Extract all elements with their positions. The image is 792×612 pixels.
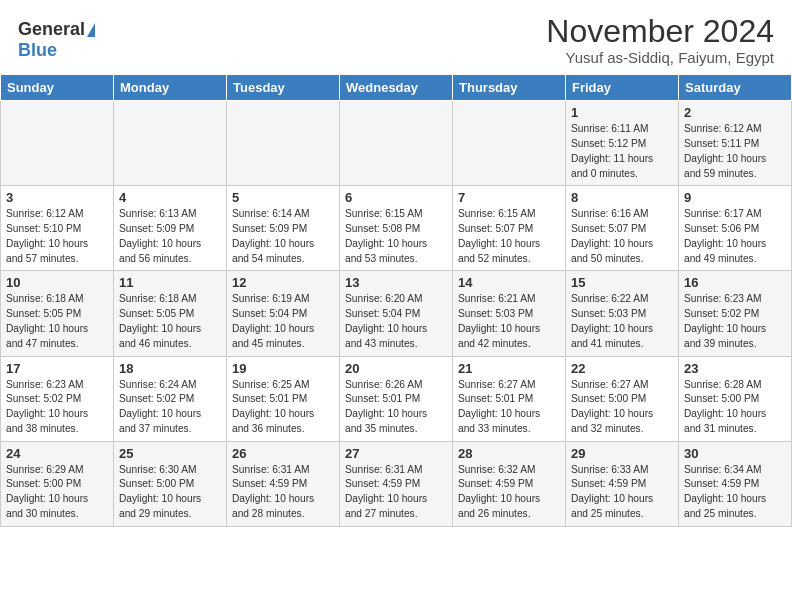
calendar-cell: 27Sunrise: 6:31 AM Sunset: 4:59 PM Dayli… bbox=[340, 441, 453, 526]
day-number: 10 bbox=[6, 275, 108, 290]
day-detail: Sunrise: 6:27 AM Sunset: 5:00 PM Dayligh… bbox=[571, 378, 673, 437]
page-header: General Blue November 2024 Yusuf as-Sidd… bbox=[0, 0, 792, 72]
calendar-cell: 13Sunrise: 6:20 AM Sunset: 5:04 PM Dayli… bbox=[340, 271, 453, 356]
weekday-header: Wednesday bbox=[340, 75, 453, 101]
day-number: 25 bbox=[119, 446, 221, 461]
calendar-week-row: 10Sunrise: 6:18 AM Sunset: 5:05 PM Dayli… bbox=[1, 271, 792, 356]
logo-blue: Blue bbox=[18, 40, 57, 61]
calendar-cell: 29Sunrise: 6:33 AM Sunset: 4:59 PM Dayli… bbox=[566, 441, 679, 526]
calendar-cell: 23Sunrise: 6:28 AM Sunset: 5:00 PM Dayli… bbox=[679, 356, 792, 441]
calendar-cell: 12Sunrise: 6:19 AM Sunset: 5:04 PM Dayli… bbox=[227, 271, 340, 356]
calendar-cell: 21Sunrise: 6:27 AM Sunset: 5:01 PM Dayli… bbox=[453, 356, 566, 441]
calendar-cell: 8Sunrise: 6:16 AM Sunset: 5:07 PM Daylig… bbox=[566, 186, 679, 271]
day-detail: Sunrise: 6:18 AM Sunset: 5:05 PM Dayligh… bbox=[6, 292, 108, 351]
weekday-header: Tuesday bbox=[227, 75, 340, 101]
calendar-cell: 4Sunrise: 6:13 AM Sunset: 5:09 PM Daylig… bbox=[114, 186, 227, 271]
day-detail: Sunrise: 6:15 AM Sunset: 5:07 PM Dayligh… bbox=[458, 207, 560, 266]
day-number: 23 bbox=[684, 361, 786, 376]
day-detail: Sunrise: 6:31 AM Sunset: 4:59 PM Dayligh… bbox=[232, 463, 334, 522]
day-detail: Sunrise: 6:15 AM Sunset: 5:08 PM Dayligh… bbox=[345, 207, 447, 266]
calendar-cell: 1Sunrise: 6:11 AM Sunset: 5:12 PM Daylig… bbox=[566, 101, 679, 186]
day-detail: Sunrise: 6:31 AM Sunset: 4:59 PM Dayligh… bbox=[345, 463, 447, 522]
day-detail: Sunrise: 6:24 AM Sunset: 5:02 PM Dayligh… bbox=[119, 378, 221, 437]
calendar-cell: 11Sunrise: 6:18 AM Sunset: 5:05 PM Dayli… bbox=[114, 271, 227, 356]
day-number: 27 bbox=[345, 446, 447, 461]
day-detail: Sunrise: 6:16 AM Sunset: 5:07 PM Dayligh… bbox=[571, 207, 673, 266]
day-number: 19 bbox=[232, 361, 334, 376]
day-number: 20 bbox=[345, 361, 447, 376]
weekday-header: Saturday bbox=[679, 75, 792, 101]
logo-icon bbox=[87, 23, 95, 37]
day-number: 24 bbox=[6, 446, 108, 461]
day-detail: Sunrise: 6:13 AM Sunset: 5:09 PM Dayligh… bbox=[119, 207, 221, 266]
day-detail: Sunrise: 6:19 AM Sunset: 5:04 PM Dayligh… bbox=[232, 292, 334, 351]
logo-general: General bbox=[18, 19, 85, 40]
calendar-cell: 25Sunrise: 6:30 AM Sunset: 5:00 PM Dayli… bbox=[114, 441, 227, 526]
day-detail: Sunrise: 6:20 AM Sunset: 5:04 PM Dayligh… bbox=[345, 292, 447, 351]
logo: General Blue bbox=[18, 19, 95, 61]
weekday-header: Thursday bbox=[453, 75, 566, 101]
calendar-table: SundayMondayTuesdayWednesdayThursdayFrid… bbox=[0, 74, 792, 527]
calendar-week-row: 24Sunrise: 6:29 AM Sunset: 5:00 PM Dayli… bbox=[1, 441, 792, 526]
calendar-cell: 6Sunrise: 6:15 AM Sunset: 5:08 PM Daylig… bbox=[340, 186, 453, 271]
day-number: 28 bbox=[458, 446, 560, 461]
day-detail: Sunrise: 6:29 AM Sunset: 5:00 PM Dayligh… bbox=[6, 463, 108, 522]
calendar-cell bbox=[453, 101, 566, 186]
day-detail: Sunrise: 6:12 AM Sunset: 5:11 PM Dayligh… bbox=[684, 122, 786, 181]
calendar-cell: 22Sunrise: 6:27 AM Sunset: 5:00 PM Dayli… bbox=[566, 356, 679, 441]
day-number: 7 bbox=[458, 190, 560, 205]
calendar-cell bbox=[114, 101, 227, 186]
day-number: 8 bbox=[571, 190, 673, 205]
day-detail: Sunrise: 6:23 AM Sunset: 5:02 PM Dayligh… bbox=[684, 292, 786, 351]
day-number: 15 bbox=[571, 275, 673, 290]
day-detail: Sunrise: 6:33 AM Sunset: 4:59 PM Dayligh… bbox=[571, 463, 673, 522]
calendar-cell: 17Sunrise: 6:23 AM Sunset: 5:02 PM Dayli… bbox=[1, 356, 114, 441]
day-detail: Sunrise: 6:28 AM Sunset: 5:00 PM Dayligh… bbox=[684, 378, 786, 437]
calendar-cell: 9Sunrise: 6:17 AM Sunset: 5:06 PM Daylig… bbox=[679, 186, 792, 271]
page-title: November 2024 bbox=[546, 14, 774, 49]
day-number: 6 bbox=[345, 190, 447, 205]
day-detail: Sunrise: 6:32 AM Sunset: 4:59 PM Dayligh… bbox=[458, 463, 560, 522]
title-block: November 2024 Yusuf as-Siddiq, Faiyum, E… bbox=[546, 14, 774, 66]
day-number: 29 bbox=[571, 446, 673, 461]
calendar-cell: 5Sunrise: 6:14 AM Sunset: 5:09 PM Daylig… bbox=[227, 186, 340, 271]
calendar-cell bbox=[340, 101, 453, 186]
calendar-cell bbox=[227, 101, 340, 186]
day-detail: Sunrise: 6:17 AM Sunset: 5:06 PM Dayligh… bbox=[684, 207, 786, 266]
day-detail: Sunrise: 6:30 AM Sunset: 5:00 PM Dayligh… bbox=[119, 463, 221, 522]
day-detail: Sunrise: 6:27 AM Sunset: 5:01 PM Dayligh… bbox=[458, 378, 560, 437]
day-number: 1 bbox=[571, 105, 673, 120]
calendar-cell: 15Sunrise: 6:22 AM Sunset: 5:03 PM Dayli… bbox=[566, 271, 679, 356]
day-number: 22 bbox=[571, 361, 673, 376]
calendar-cell: 7Sunrise: 6:15 AM Sunset: 5:07 PM Daylig… bbox=[453, 186, 566, 271]
day-detail: Sunrise: 6:26 AM Sunset: 5:01 PM Dayligh… bbox=[345, 378, 447, 437]
calendar-header-row: SundayMondayTuesdayWednesdayThursdayFrid… bbox=[1, 75, 792, 101]
day-detail: Sunrise: 6:14 AM Sunset: 5:09 PM Dayligh… bbox=[232, 207, 334, 266]
day-number: 12 bbox=[232, 275, 334, 290]
weekday-header: Sunday bbox=[1, 75, 114, 101]
calendar-cell: 2Sunrise: 6:12 AM Sunset: 5:11 PM Daylig… bbox=[679, 101, 792, 186]
day-detail: Sunrise: 6:34 AM Sunset: 4:59 PM Dayligh… bbox=[684, 463, 786, 522]
day-number: 16 bbox=[684, 275, 786, 290]
calendar-cell: 19Sunrise: 6:25 AM Sunset: 5:01 PM Dayli… bbox=[227, 356, 340, 441]
calendar-week-row: 3Sunrise: 6:12 AM Sunset: 5:10 PM Daylig… bbox=[1, 186, 792, 271]
day-number: 30 bbox=[684, 446, 786, 461]
day-detail: Sunrise: 6:18 AM Sunset: 5:05 PM Dayligh… bbox=[119, 292, 221, 351]
day-number: 21 bbox=[458, 361, 560, 376]
day-detail: Sunrise: 6:25 AM Sunset: 5:01 PM Dayligh… bbox=[232, 378, 334, 437]
calendar-cell: 16Sunrise: 6:23 AM Sunset: 5:02 PM Dayli… bbox=[679, 271, 792, 356]
day-number: 5 bbox=[232, 190, 334, 205]
day-detail: Sunrise: 6:23 AM Sunset: 5:02 PM Dayligh… bbox=[6, 378, 108, 437]
day-detail: Sunrise: 6:11 AM Sunset: 5:12 PM Dayligh… bbox=[571, 122, 673, 181]
calendar-cell: 26Sunrise: 6:31 AM Sunset: 4:59 PM Dayli… bbox=[227, 441, 340, 526]
calendar-cell bbox=[1, 101, 114, 186]
calendar-week-row: 17Sunrise: 6:23 AM Sunset: 5:02 PM Dayli… bbox=[1, 356, 792, 441]
day-number: 3 bbox=[6, 190, 108, 205]
day-number: 4 bbox=[119, 190, 221, 205]
day-number: 14 bbox=[458, 275, 560, 290]
day-detail: Sunrise: 6:21 AM Sunset: 5:03 PM Dayligh… bbox=[458, 292, 560, 351]
day-number: 18 bbox=[119, 361, 221, 376]
calendar-cell: 14Sunrise: 6:21 AM Sunset: 5:03 PM Dayli… bbox=[453, 271, 566, 356]
calendar-week-row: 1Sunrise: 6:11 AM Sunset: 5:12 PM Daylig… bbox=[1, 101, 792, 186]
day-number: 26 bbox=[232, 446, 334, 461]
